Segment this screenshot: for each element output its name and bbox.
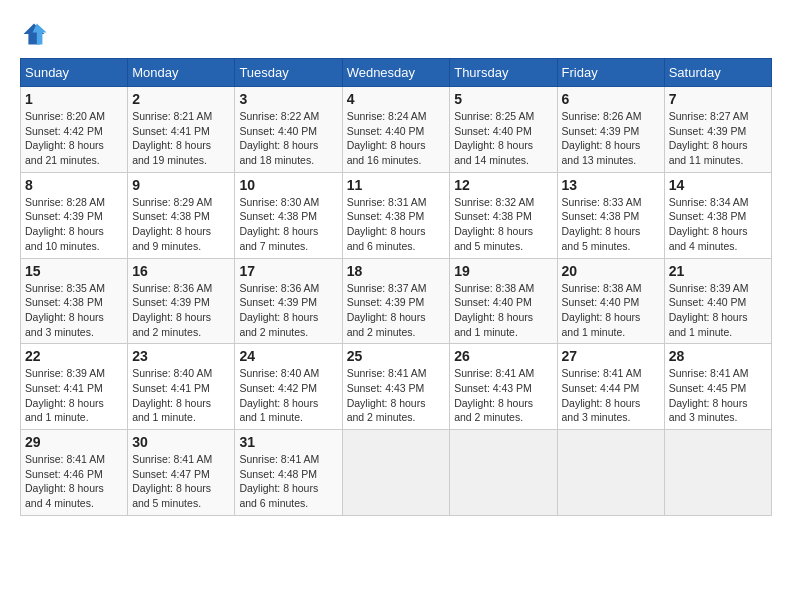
calendar-day-cell: 10Sunrise: 8:30 AMSunset: 4:38 PMDayligh… bbox=[235, 172, 342, 258]
calendar-day-cell: 24Sunrise: 8:40 AMSunset: 4:42 PMDayligh… bbox=[235, 344, 342, 430]
calendar-day-cell: 6Sunrise: 8:26 AMSunset: 4:39 PMDaylight… bbox=[557, 87, 664, 173]
day-number: 24 bbox=[239, 348, 337, 364]
day-number: 7 bbox=[669, 91, 767, 107]
calendar-week-row: 22Sunrise: 8:39 AMSunset: 4:41 PMDayligh… bbox=[21, 344, 772, 430]
day-number: 21 bbox=[669, 263, 767, 279]
calendar-day-cell: 11Sunrise: 8:31 AMSunset: 4:38 PMDayligh… bbox=[342, 172, 450, 258]
day-of-week-header: Thursday bbox=[450, 59, 557, 87]
day-number: 27 bbox=[562, 348, 660, 364]
day-number: 17 bbox=[239, 263, 337, 279]
calendar-day-cell: 29Sunrise: 8:41 AMSunset: 4:46 PMDayligh… bbox=[21, 430, 128, 516]
day-number: 11 bbox=[347, 177, 446, 193]
day-info: Sunrise: 8:29 AMSunset: 4:38 PMDaylight:… bbox=[132, 195, 230, 254]
calendar-day-cell bbox=[557, 430, 664, 516]
day-number: 3 bbox=[239, 91, 337, 107]
day-info: Sunrise: 8:36 AMSunset: 4:39 PMDaylight:… bbox=[239, 281, 337, 340]
calendar-day-cell bbox=[342, 430, 450, 516]
calendar-day-cell: 31Sunrise: 8:41 AMSunset: 4:48 PMDayligh… bbox=[235, 430, 342, 516]
calendar-day-cell: 1Sunrise: 8:20 AMSunset: 4:42 PMDaylight… bbox=[21, 87, 128, 173]
calendar-week-row: 15Sunrise: 8:35 AMSunset: 4:38 PMDayligh… bbox=[21, 258, 772, 344]
day-info: Sunrise: 8:41 AMSunset: 4:48 PMDaylight:… bbox=[239, 452, 337, 511]
day-info: Sunrise: 8:41 AMSunset: 4:46 PMDaylight:… bbox=[25, 452, 123, 511]
calendar-day-cell: 3Sunrise: 8:22 AMSunset: 4:40 PMDaylight… bbox=[235, 87, 342, 173]
day-info: Sunrise: 8:36 AMSunset: 4:39 PMDaylight:… bbox=[132, 281, 230, 340]
day-number: 19 bbox=[454, 263, 552, 279]
calendar-day-cell: 21Sunrise: 8:39 AMSunset: 4:40 PMDayligh… bbox=[664, 258, 771, 344]
day-info: Sunrise: 8:40 AMSunset: 4:41 PMDaylight:… bbox=[132, 366, 230, 425]
calendar-day-cell: 2Sunrise: 8:21 AMSunset: 4:41 PMDaylight… bbox=[128, 87, 235, 173]
calendar-day-cell: 14Sunrise: 8:34 AMSunset: 4:38 PMDayligh… bbox=[664, 172, 771, 258]
day-number: 25 bbox=[347, 348, 446, 364]
day-of-week-header: Saturday bbox=[664, 59, 771, 87]
calendar-day-cell bbox=[664, 430, 771, 516]
day-info: Sunrise: 8:21 AMSunset: 4:41 PMDaylight:… bbox=[132, 109, 230, 168]
day-info: Sunrise: 8:39 AMSunset: 4:41 PMDaylight:… bbox=[25, 366, 123, 425]
day-info: Sunrise: 8:41 AMSunset: 4:45 PMDaylight:… bbox=[669, 366, 767, 425]
calendar-week-row: 29Sunrise: 8:41 AMSunset: 4:46 PMDayligh… bbox=[21, 430, 772, 516]
calendar-day-cell: 30Sunrise: 8:41 AMSunset: 4:47 PMDayligh… bbox=[128, 430, 235, 516]
day-info: Sunrise: 8:33 AMSunset: 4:38 PMDaylight:… bbox=[562, 195, 660, 254]
day-number: 13 bbox=[562, 177, 660, 193]
day-info: Sunrise: 8:35 AMSunset: 4:38 PMDaylight:… bbox=[25, 281, 123, 340]
day-number: 28 bbox=[669, 348, 767, 364]
day-of-week-header: Tuesday bbox=[235, 59, 342, 87]
calendar-day-cell: 8Sunrise: 8:28 AMSunset: 4:39 PMDaylight… bbox=[21, 172, 128, 258]
calendar-day-cell: 22Sunrise: 8:39 AMSunset: 4:41 PMDayligh… bbox=[21, 344, 128, 430]
calendar-day-cell: 7Sunrise: 8:27 AMSunset: 4:39 PMDaylight… bbox=[664, 87, 771, 173]
calendar-header-row: SundayMondayTuesdayWednesdayThursdayFrid… bbox=[21, 59, 772, 87]
calendar-day-cell: 9Sunrise: 8:29 AMSunset: 4:38 PMDaylight… bbox=[128, 172, 235, 258]
day-number: 26 bbox=[454, 348, 552, 364]
calendar-day-cell: 26Sunrise: 8:41 AMSunset: 4:43 PMDayligh… bbox=[450, 344, 557, 430]
day-info: Sunrise: 8:40 AMSunset: 4:42 PMDaylight:… bbox=[239, 366, 337, 425]
day-info: Sunrise: 8:26 AMSunset: 4:39 PMDaylight:… bbox=[562, 109, 660, 168]
day-info: Sunrise: 8:37 AMSunset: 4:39 PMDaylight:… bbox=[347, 281, 446, 340]
day-number: 31 bbox=[239, 434, 337, 450]
calendar-day-cell: 19Sunrise: 8:38 AMSunset: 4:40 PMDayligh… bbox=[450, 258, 557, 344]
calendar-day-cell: 28Sunrise: 8:41 AMSunset: 4:45 PMDayligh… bbox=[664, 344, 771, 430]
calendar-day-cell: 15Sunrise: 8:35 AMSunset: 4:38 PMDayligh… bbox=[21, 258, 128, 344]
day-number: 29 bbox=[25, 434, 123, 450]
day-info: Sunrise: 8:28 AMSunset: 4:39 PMDaylight:… bbox=[25, 195, 123, 254]
calendar-day-cell: 20Sunrise: 8:38 AMSunset: 4:40 PMDayligh… bbox=[557, 258, 664, 344]
calendar-day-cell: 12Sunrise: 8:32 AMSunset: 4:38 PMDayligh… bbox=[450, 172, 557, 258]
day-number: 15 bbox=[25, 263, 123, 279]
day-number: 14 bbox=[669, 177, 767, 193]
logo bbox=[20, 20, 52, 48]
day-info: Sunrise: 8:30 AMSunset: 4:38 PMDaylight:… bbox=[239, 195, 337, 254]
day-number: 8 bbox=[25, 177, 123, 193]
day-info: Sunrise: 8:41 AMSunset: 4:43 PMDaylight:… bbox=[454, 366, 552, 425]
day-info: Sunrise: 8:39 AMSunset: 4:40 PMDaylight:… bbox=[669, 281, 767, 340]
day-info: Sunrise: 8:20 AMSunset: 4:42 PMDaylight:… bbox=[25, 109, 123, 168]
day-number: 16 bbox=[132, 263, 230, 279]
calendar-day-cell: 25Sunrise: 8:41 AMSunset: 4:43 PMDayligh… bbox=[342, 344, 450, 430]
day-info: Sunrise: 8:25 AMSunset: 4:40 PMDaylight:… bbox=[454, 109, 552, 168]
day-info: Sunrise: 8:41 AMSunset: 4:43 PMDaylight:… bbox=[347, 366, 446, 425]
calendar-day-cell: 13Sunrise: 8:33 AMSunset: 4:38 PMDayligh… bbox=[557, 172, 664, 258]
day-number: 1 bbox=[25, 91, 123, 107]
calendar-week-row: 8Sunrise: 8:28 AMSunset: 4:39 PMDaylight… bbox=[21, 172, 772, 258]
day-info: Sunrise: 8:32 AMSunset: 4:38 PMDaylight:… bbox=[454, 195, 552, 254]
day-number: 4 bbox=[347, 91, 446, 107]
calendar-day-cell: 16Sunrise: 8:36 AMSunset: 4:39 PMDayligh… bbox=[128, 258, 235, 344]
day-info: Sunrise: 8:34 AMSunset: 4:38 PMDaylight:… bbox=[669, 195, 767, 254]
day-of-week-header: Wednesday bbox=[342, 59, 450, 87]
day-number: 12 bbox=[454, 177, 552, 193]
calendar-day-cell: 27Sunrise: 8:41 AMSunset: 4:44 PMDayligh… bbox=[557, 344, 664, 430]
day-info: Sunrise: 8:38 AMSunset: 4:40 PMDaylight:… bbox=[562, 281, 660, 340]
day-of-week-header: Sunday bbox=[21, 59, 128, 87]
day-number: 20 bbox=[562, 263, 660, 279]
logo-icon bbox=[20, 20, 48, 48]
day-number: 10 bbox=[239, 177, 337, 193]
day-number: 6 bbox=[562, 91, 660, 107]
calendar-day-cell: 5Sunrise: 8:25 AMSunset: 4:40 PMDaylight… bbox=[450, 87, 557, 173]
day-number: 9 bbox=[132, 177, 230, 193]
day-info: Sunrise: 8:31 AMSunset: 4:38 PMDaylight:… bbox=[347, 195, 446, 254]
day-number: 18 bbox=[347, 263, 446, 279]
calendar-day-cell: 17Sunrise: 8:36 AMSunset: 4:39 PMDayligh… bbox=[235, 258, 342, 344]
page-header bbox=[20, 20, 772, 48]
calendar-day-cell: 18Sunrise: 8:37 AMSunset: 4:39 PMDayligh… bbox=[342, 258, 450, 344]
day-of-week-header: Monday bbox=[128, 59, 235, 87]
day-info: Sunrise: 8:41 AMSunset: 4:44 PMDaylight:… bbox=[562, 366, 660, 425]
day-info: Sunrise: 8:24 AMSunset: 4:40 PMDaylight:… bbox=[347, 109, 446, 168]
day-info: Sunrise: 8:41 AMSunset: 4:47 PMDaylight:… bbox=[132, 452, 230, 511]
